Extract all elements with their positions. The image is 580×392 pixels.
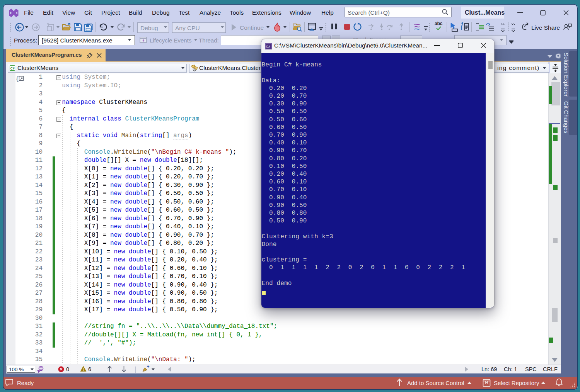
svg-text:C:\: C:\ [266, 44, 270, 48]
